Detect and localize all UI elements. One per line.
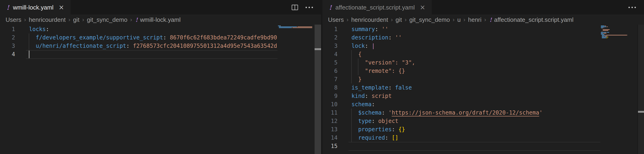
code-line[interactable]: 9kind: script: [322, 92, 601, 100]
code-line-text: type: object: [338, 117, 601, 125]
line-number: 12: [322, 117, 338, 125]
breadcrumb-separator-icon: ›: [484, 16, 486, 23]
code-line[interactable]: 1locks:: [0, 25, 278, 34]
breadcrumb-item[interactable]: git_sync_demo: [409, 16, 450, 24]
tab-affectionate-script-yaml[interactable]: ! affectionate_script.script.yaml ×: [322, 0, 432, 15]
breadcrumb-separator-icon: ›: [82, 16, 84, 23]
code-line[interactable]: 4 {: [322, 50, 601, 58]
code-line[interactable]: 11 $schema: 'https://json-schema.org/dra…: [322, 108, 601, 117]
code-line[interactable]: 2 f/developers_example/supportive_script…: [0, 34, 278, 42]
indent-guide: [351, 134, 352, 142]
close-tab-icon[interactable]: ×: [59, 4, 64, 11]
tab-label: affectionate_script.script.yaml: [336, 4, 415, 11]
line-number: 5: [322, 58, 338, 67]
editor-left[interactable]: 1locks:2 f/developers_example/supportive…: [0, 24, 321, 154]
close-tab-icon[interactable]: ×: [420, 4, 425, 11]
code-line[interactable]: 10schema:: [322, 100, 601, 108]
code-line[interactable]: 6 "remote": {}: [322, 67, 601, 75]
code-line[interactable]: 2description: '': [322, 34, 601, 42]
breadcrumb-separator-icon: ›: [346, 16, 348, 23]
editor-group-left: ! wmill-lock.yaml × Users›henricourdent›…: [0, 0, 321, 154]
indent-guide: [351, 117, 352, 125]
indent-guide: [29, 42, 29, 50]
tab-label: wmill-lock.yaml: [13, 4, 54, 11]
indent-guide: [351, 50, 352, 58]
line-number: 1: [0, 25, 15, 34]
code-line-text: locks:: [15, 25, 278, 34]
split-editor-icon[interactable]: [291, 4, 299, 11]
indent-guide: [351, 125, 352, 134]
breadcrumb-separator-icon: ›: [464, 16, 465, 23]
scrollbar-left[interactable]: [314, 24, 321, 154]
line-number: 8: [322, 84, 338, 92]
tab-bar-right: ! affectionate_script.script.yaml ×: [322, 0, 644, 15]
code-line-text: "version": "3",: [338, 58, 601, 67]
code-line[interactable]: 1summary: '': [322, 25, 601, 34]
code-line[interactable]: 5 "version": "3",: [322, 58, 601, 67]
breadcrumb-item[interactable]: u: [457, 16, 460, 24]
breadcrumb-separator-icon: ›: [68, 16, 70, 23]
indent-guide: [351, 67, 352, 75]
line-number: 13: [322, 125, 338, 134]
breadcrumb-item[interactable]: git: [396, 16, 402, 24]
code-line[interactable]: 3lock: |: [322, 42, 601, 50]
indent-guide: [358, 67, 358, 75]
breadcrumb-item[interactable]: git_sync_demo: [87, 16, 127, 24]
yaml-file-icon: !: [490, 16, 492, 23]
code-line[interactable]: 13 properties: {}: [322, 125, 601, 134]
code-line[interactable]: 4: [0, 50, 278, 58]
editor-right[interactable]: 1summary: ''2description: ''3lock: |4 {5…: [322, 24, 644, 154]
breadcrumb-separator-icon: ›: [452, 16, 454, 23]
line-number: 10: [322, 100, 338, 108]
code-line-text: required: []: [338, 134, 601, 142]
line-number: 7: [322, 75, 338, 84]
indent-guide: [351, 75, 352, 84]
breadcrumb-item[interactable]: henricourdent: [29, 16, 66, 24]
code-line-text: u/henri/affectionate_script: f2768573cfc…: [15, 42, 278, 50]
breadcrumb-item[interactable]: Users: [328, 16, 344, 24]
code-line-text: kind: script: [338, 92, 601, 100]
indent-guide: [29, 34, 29, 42]
line-number: 11: [322, 108, 338, 117]
code-line-text: {: [338, 50, 601, 58]
breadcrumb-file[interactable]: wmill-lock.yaml: [140, 16, 181, 24]
breadcrumb-item[interactable]: Users: [6, 16, 21, 24]
line-number: 15: [322, 142, 338, 150]
code-area-right[interactable]: 1summary: ''2description: ''3lock: |4 {5…: [322, 25, 601, 154]
more-actions-icon[interactable]: [628, 4, 636, 11]
minimap-left[interactable]: [278, 24, 314, 154]
breadcrumb-item[interactable]: henricourdent: [351, 16, 388, 24]
editor-group-right: ! affectionate_script.script.yaml × User…: [322, 0, 644, 154]
code-line-text: }: [338, 75, 601, 84]
line-number: 4: [0, 50, 15, 58]
code-line[interactable]: 15: [322, 142, 601, 150]
yaml-file-icon: !: [135, 16, 138, 23]
breadcrumb-file[interactable]: affectionate_script.script.yaml: [494, 16, 574, 24]
line-number: 2: [0, 34, 15, 42]
code-area-left[interactable]: 1locks:2 f/developers_example/supportive…: [0, 25, 278, 154]
code-line-text: lock: |: [338, 42, 601, 50]
code-line[interactable]: 12 type: object: [322, 117, 601, 125]
indent-guide: [358, 58, 358, 67]
line-number: 2: [322, 34, 338, 42]
breadcrumb-separator-icon: ›: [24, 16, 26, 23]
code-line-text: schema:: [338, 100, 601, 108]
code-line-text: $schema: 'https://json-schema.org/draft/…: [338, 108, 601, 117]
tab-wmill-lock-yaml[interactable]: ! wmill-lock.yaml ×: [0, 0, 70, 15]
scrollbar-right[interactable]: [638, 24, 644, 154]
breadcrumb-item[interactable]: henri: [468, 16, 482, 24]
code-line[interactable]: 8is_template: false: [322, 84, 601, 92]
breadcrumb-left: Users›henricourdent›git›git_sync_demo›!w…: [0, 15, 321, 24]
line-number: 6: [322, 67, 338, 75]
code-line[interactable]: 3 u/henri/affectionate_script: f2768573c…: [0, 42, 278, 50]
more-actions-icon[interactable]: [305, 4, 313, 11]
editor-actions: [628, 0, 644, 14]
line-number: 14: [322, 134, 338, 142]
code-line[interactable]: 7 }: [322, 75, 601, 84]
breadcrumb-item[interactable]: git: [73, 16, 79, 24]
line-number: 1: [322, 25, 338, 34]
minimap-right[interactable]: [601, 24, 638, 154]
line-number: 3: [322, 42, 338, 50]
code-line[interactable]: 14 required: []: [322, 134, 601, 142]
code-line-text: f/developers_example/supportive_script: …: [15, 34, 278, 42]
